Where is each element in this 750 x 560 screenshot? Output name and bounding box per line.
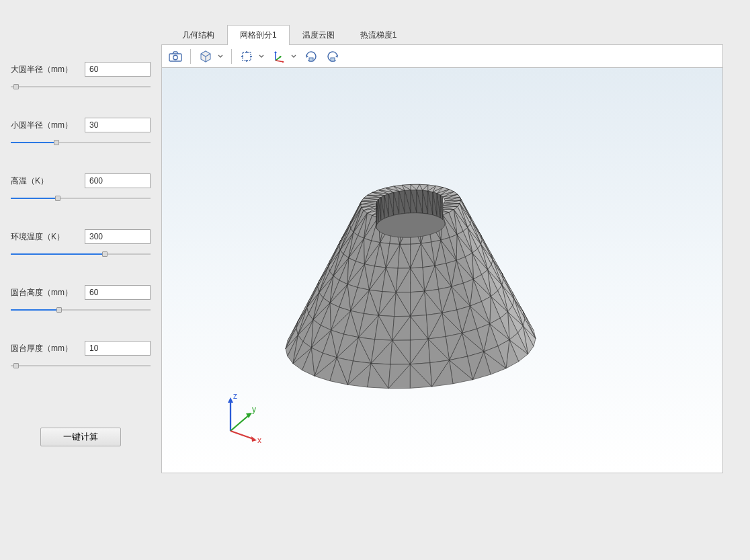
view-panel: z y x (161, 44, 723, 473)
compute-button[interactable]: 一键计算 (40, 428, 121, 446)
param-label: 高温（K） (11, 175, 48, 187)
ambient-temp-slider[interactable] (11, 253, 151, 255)
param-label: 小圆半径（mm） (11, 120, 73, 131)
axis-z-label: z (233, 391, 237, 401)
param-small-radius: 小圆半径（mm） (11, 118, 151, 145)
rotate-left-button[interactable] (302, 48, 321, 65)
chevron-down-icon (259, 54, 264, 58)
svg-rect-7 (331, 58, 335, 61)
param-ambient-temp: 环境温度（K） (11, 229, 151, 257)
tab-heatflux[interactable]: 热流梯度1 (347, 25, 410, 45)
tabs: 几何结构 网格剖分1 温度云图 热流梯度1 (169, 24, 731, 44)
toolbar-separator (190, 49, 191, 64)
cone-thickness-input[interactable] (85, 341, 151, 356)
tab-geometry[interactable]: 几何结构 (169, 25, 227, 45)
camera-icon (169, 51, 182, 62)
svg-rect-2 (243, 52, 251, 61)
toolbar-separator (231, 49, 232, 64)
fit-view-button[interactable] (237, 48, 256, 65)
rotate-right-icon (325, 50, 340, 63)
param-cone-height: 圆台高度（mm） (11, 285, 151, 313)
param-label: 环境温度（K） (11, 231, 65, 243)
large-radius-input[interactable] (85, 62, 151, 77)
cone-thickness-slider[interactable] (11, 365, 151, 366)
cube-view-dropdown[interactable] (215, 48, 226, 65)
chevron-down-icon (291, 54, 296, 58)
cone-height-slider[interactable] (11, 309, 151, 311)
svg-point-1 (173, 55, 177, 59)
axes-button[interactable] (269, 48, 288, 65)
svg-line-623 (231, 431, 253, 439)
axes-dropdown[interactable] (288, 48, 299, 65)
axis-x-label: x (257, 436, 261, 444)
small-radius-slider[interactable] (11, 142, 151, 143)
chevron-down-icon (218, 54, 223, 58)
large-radius-slider[interactable] (11, 86, 151, 87)
small-radius-input[interactable] (85, 118, 151, 132)
param-high-temp: 高温（K） (11, 173, 151, 201)
sidebar: 大圆半径（mm） 小圆半径（mm） 高温（K） 环境温度（K） (0, 0, 161, 560)
param-label: 大圆半径（mm） (11, 64, 73, 75)
3d-viewport[interactable]: z y x (162, 68, 722, 473)
high-temp-slider[interactable] (11, 198, 151, 199)
rotate-right-button[interactable] (323, 48, 342, 65)
param-large-radius: 大圆半径（mm） (11, 62, 151, 89)
view-toolbar (162, 45, 722, 68)
rotate-left-icon (304, 50, 319, 63)
fit-view-dropdown[interactable] (256, 48, 267, 65)
camera-button[interactable] (166, 48, 185, 65)
svg-line-622 (231, 415, 249, 431)
cube-view-icon (199, 50, 212, 63)
axis-triad: z y x (214, 384, 275, 444)
axes-icon (272, 50, 286, 63)
tab-temperature[interactable]: 温度云图 (290, 25, 347, 45)
tab-mesh[interactable]: 网格剖分1 (227, 25, 290, 45)
ambient-temp-input[interactable] (85, 229, 151, 244)
param-label: 圆台厚度（mm） (11, 343, 73, 354)
svg-rect-6 (309, 58, 313, 61)
main-panel: 几何结构 网格剖分1 温度云图 热流梯度1 (161, 0, 750, 560)
fit-view-icon (240, 50, 253, 63)
param-cone-thickness: 圆台厚度（mm） (11, 341, 151, 368)
param-label: 圆台高度（mm） (11, 287, 73, 298)
axis-y-label: y (252, 405, 256, 414)
cube-view-button[interactable] (196, 48, 215, 65)
high-temp-input[interactable] (85, 173, 151, 188)
cone-height-input[interactable] (85, 285, 151, 300)
